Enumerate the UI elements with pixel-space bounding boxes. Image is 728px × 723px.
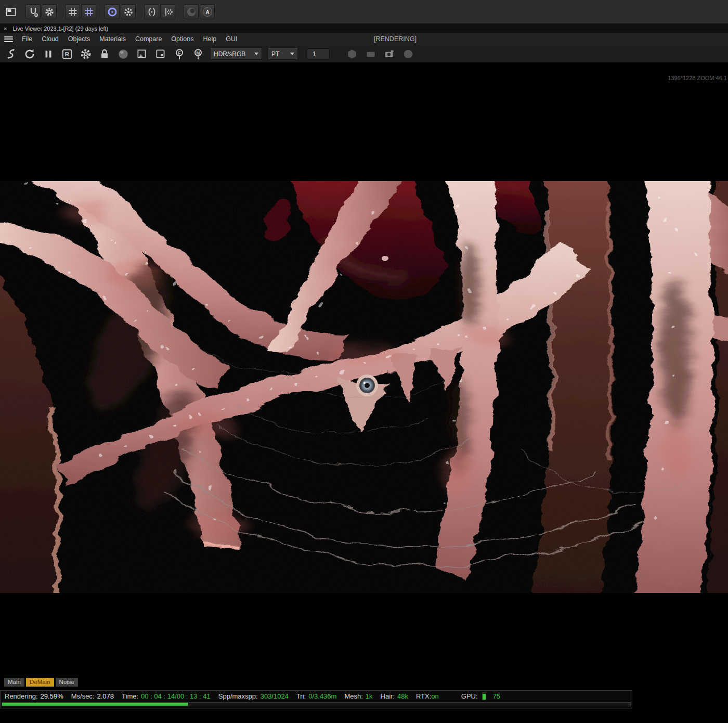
tab-noise[interactable]: Noise — [56, 678, 78, 687]
time-label: Time: — [122, 692, 138, 700]
tab-main[interactable]: Main — [4, 678, 24, 687]
rendered-image — [0, 181, 728, 593]
status-mesh: Mesh:1k — [344, 692, 372, 700]
render-grain — [0, 181, 728, 593]
status-rtx: RTX:on — [416, 692, 439, 700]
pass-tabs: Main DeMain Noise — [4, 678, 78, 687]
samples-field[interactable]: 1 — [307, 48, 330, 59]
status-rendering: Rendering:29.59% — [5, 692, 63, 700]
viewport-info: 1396*1228 ZOOM:46.1 — [668, 75, 727, 81]
region-render-icon[interactable]: R — [60, 47, 73, 60]
octane-live-viewer-window: A × Live Viewer 2023.1-[R2] (29 days lef… — [0, 0, 728, 723]
render-settings-icon[interactable] — [121, 4, 136, 19]
kernel-select[interactable]: PT — [268, 48, 298, 60]
rendering-status: [RENDERING] — [374, 35, 417, 43]
menu-item-help[interactable]: Help — [198, 35, 221, 43]
lock-resolution-icon[interactable] — [98, 47, 111, 60]
focus-picker-icon[interactable]: F — [173, 47, 186, 60]
menu-item-gui[interactable]: GUI — [221, 35, 242, 43]
restart-render-icon[interactable] — [4, 47, 17, 60]
gpu-meter-fill — [483, 694, 486, 700]
menu-item-cloud[interactable]: Cloud — [37, 35, 63, 43]
chevron-down-icon — [290, 53, 294, 55]
grid-icon[interactable] — [65, 4, 80, 19]
scene-mesh-icon[interactable] — [345, 47, 358, 60]
render-target-icon[interactable] — [105, 4, 120, 19]
grid-snap-icon[interactable] — [81, 4, 96, 19]
render-viewport[interactable]: 1396*1228 ZOOM:46.1 — [0, 62, 728, 677]
spp-label: Spp/maxspp: — [218, 692, 258, 700]
menu-item-objects[interactable]: Objects — [63, 35, 95, 43]
status-gpu: GPU:75 — [461, 692, 500, 700]
menu-item-materials[interactable]: Materials — [95, 35, 131, 43]
status-ms-sec: Ms/sec:2.078 — [71, 692, 114, 700]
main-toolbar: A — [0, 0, 728, 24]
kernel-settings-icon[interactable] — [79, 47, 92, 60]
octane-logo-group: A — [183, 4, 215, 19]
picker-tools-group — [25, 4, 57, 19]
ms-label: Ms/sec: — [71, 692, 95, 700]
layout-icon[interactable] — [4, 5, 18, 19]
focus-letter: F — [178, 50, 180, 55]
octane-sphere-icon[interactable] — [184, 4, 199, 19]
spp-value: 303/1024 — [261, 692, 289, 700]
mesh-value: 1k — [366, 692, 373, 700]
status-bar: Rendering:29.59% Ms/sec:2.078 Time:00 : … — [0, 690, 632, 708]
color-space-value: HDR/sRGB — [214, 50, 245, 58]
render-target-group — [104, 4, 136, 19]
render-region-icon[interactable] — [135, 47, 148, 60]
picker-settings-icon[interactable] — [42, 4, 57, 19]
hair-value: 48k — [397, 692, 408, 700]
menu-item-file[interactable]: File — [17, 35, 37, 43]
render-toolbar: R F M HDR/sRGB PT 1 — [0, 45, 728, 62]
close-icon[interactable]: × — [4, 25, 7, 32]
rendering-value: 29.59% — [41, 692, 63, 700]
refresh-icon[interactable] — [23, 47, 36, 60]
material-letter: M — [196, 50, 200, 55]
sphere-icon[interactable] — [401, 47, 414, 60]
mesh-label: Mesh: — [344, 692, 362, 700]
plane-icon[interactable] — [364, 47, 377, 60]
pause-icon[interactable] — [42, 47, 55, 60]
render-passes-icon[interactable] — [116, 47, 129, 60]
menu-bar: File Cloud Objects Materials Compare Opt… — [0, 33, 728, 45]
gpu-value: 75 — [493, 692, 500, 700]
display-tools-group — [144, 4, 176, 19]
grid-tools-group — [64, 4, 97, 19]
tri-label: Tri: — [296, 692, 306, 700]
progress-fill — [2, 703, 188, 706]
material-picker-icon[interactable]: M — [191, 47, 204, 60]
title-bar: × Live Viewer 2023.1-[R2] (29 days left) — [0, 24, 728, 33]
time-value: 00 : 04 : 14/00 : 13 : 41 — [141, 692, 211, 700]
color-space-select[interactable]: HDR/sRGB — [210, 48, 262, 60]
rendering-label: Rendering: — [5, 692, 38, 700]
progress-bar — [2, 702, 631, 706]
film-region-icon[interactable] — [154, 47, 167, 60]
tab-demain[interactable]: DeMain — [26, 678, 54, 687]
status-row: Rendering:29.59% Ms/sec:2.078 Time:00 : … — [2, 692, 631, 702]
chevron-down-icon — [254, 53, 258, 55]
octane-logo-icon[interactable]: A — [200, 4, 215, 19]
status-tri: Tri:0/3.436m — [296, 692, 337, 700]
menu-icon[interactable] — [4, 36, 13, 42]
status-hair: Hair:48k — [381, 692, 408, 700]
status-spp: Spp/maxspp:303/1024 — [218, 692, 289, 700]
rtx-value: on — [431, 692, 438, 700]
status-time: Time:00 : 04 : 14/00 : 13 : 41 — [122, 692, 211, 700]
kernel-value: PT — [271, 50, 279, 58]
picker-icon[interactable] — [25, 4, 41, 19]
tri-value: 0/3.436m — [308, 692, 336, 700]
gpu-label: GPU: — [461, 692, 478, 700]
rtx-label: RTX: — [416, 692, 431, 700]
camera-icon[interactable] — [383, 47, 396, 60]
hair-label: Hair: — [381, 692, 395, 700]
ms-value: 2.078 — [97, 692, 114, 700]
menu-item-compare[interactable]: Compare — [131, 35, 166, 43]
slider-settings-icon[interactable] — [160, 4, 175, 19]
window-title: Live Viewer 2023.1-[R2] (29 days left) — [12, 25, 108, 32]
gpu-meter — [482, 692, 486, 700]
butterfly-icon[interactable] — [144, 4, 159, 19]
menu-item-options[interactable]: Options — [166, 35, 198, 43]
region-letter: R — [64, 51, 69, 57]
octane-letter: A — [205, 9, 209, 15]
